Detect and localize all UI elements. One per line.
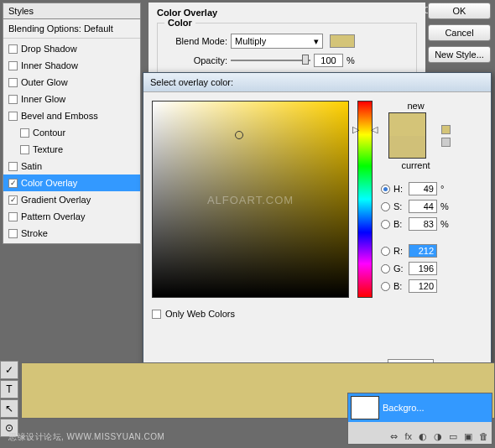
style-checkbox[interactable] bbox=[8, 179, 18, 188]
new-layer-icon[interactable]: ▣ bbox=[464, 431, 472, 442]
color-overlay-settings: Color Overlay Color Blend Mode: Multiply… bbox=[148, 3, 425, 81]
style-checkbox[interactable] bbox=[20, 128, 29, 138]
layer-thumbnail[interactable] bbox=[351, 396, 379, 419]
style-item-contour[interactable]: Contour bbox=[3, 124, 140, 141]
overlay-color-swatch[interactable] bbox=[330, 34, 355, 48]
fx-icon[interactable]: fx bbox=[404, 431, 412, 442]
blending-options[interactable]: Blending Options: Default bbox=[3, 19, 140, 39]
color-legend: Color bbox=[164, 18, 195, 28]
radio-b[interactable] bbox=[381, 220, 390, 229]
style-item-stroke[interactable]: Stroke bbox=[3, 225, 140, 242]
bl-label: B: bbox=[393, 281, 405, 291]
style-item-outer-glow[interactable]: Outer Glow bbox=[3, 74, 140, 91]
style-checkbox[interactable] bbox=[8, 44, 18, 54]
new-label: new bbox=[381, 101, 451, 111]
styles-header[interactable]: Styles bbox=[3, 3, 140, 19]
h-input[interactable] bbox=[409, 182, 437, 195]
radio-bl[interactable] bbox=[381, 282, 390, 291]
hue-indicator[interactable]: ▷◁ bbox=[352, 123, 378, 134]
style-item-color-overlay[interactable]: Color Overlay bbox=[3, 175, 140, 191]
folder-icon[interactable]: ▭ bbox=[449, 431, 457, 442]
swatch-new[interactable] bbox=[389, 113, 425, 136]
style-label: Contour bbox=[33, 128, 65, 138]
s-label: S: bbox=[393, 201, 405, 211]
style-checkbox[interactable] bbox=[8, 95, 18, 104]
r-input[interactable] bbox=[409, 244, 437, 258]
web-colors-checkbox[interactable] bbox=[152, 310, 161, 319]
style-label: Color Overlay bbox=[21, 178, 77, 188]
style-label: Inner Shadow bbox=[21, 60, 78, 70]
lasso-tool-icon[interactable]: ✓ bbox=[0, 361, 18, 379]
dialog-buttons: OK Cancel New Style... bbox=[428, 3, 491, 63]
style-label: Outer Glow bbox=[21, 77, 68, 87]
opacity-unit: % bbox=[346, 55, 355, 65]
color-fieldset: Color Blend Mode: Multiply ▾ Opacity: % bbox=[157, 23, 417, 76]
g-label: G: bbox=[393, 263, 405, 273]
style-item-bevel-and-emboss[interactable]: Bevel and Emboss bbox=[3, 107, 140, 124]
opacity-slider[interactable] bbox=[231, 54, 310, 67]
mask-icon[interactable]: ◐ bbox=[419, 431, 427, 442]
style-label: Pattern Overlay bbox=[21, 211, 85, 221]
radio-s[interactable] bbox=[381, 202, 390, 211]
style-checkbox[interactable] bbox=[8, 112, 18, 121]
path-tool-icon[interactable]: ↖ bbox=[0, 399, 18, 418]
style-label: Gradient Overlay bbox=[21, 195, 91, 205]
style-checkbox[interactable] bbox=[8, 78, 18, 87]
slider-thumb[interactable] bbox=[302, 55, 309, 65]
current-label: current bbox=[381, 160, 451, 170]
s-input[interactable] bbox=[409, 200, 437, 213]
warning-icon[interactable] bbox=[441, 125, 451, 134]
websafe-icon[interactable] bbox=[441, 138, 451, 147]
style-item-gradient-overlay[interactable]: Gradient Overlay bbox=[3, 191, 140, 208]
link-icon[interactable]: ⇔ bbox=[390, 431, 398, 442]
type-tool-icon[interactable]: T bbox=[0, 380, 18, 399]
style-item-pattern-overlay[interactable]: Pattern Overlay bbox=[3, 208, 140, 225]
style-checkbox[interactable] bbox=[8, 61, 18, 70]
blend-mode-select[interactable]: Multiply ▾ bbox=[231, 34, 323, 49]
style-checkbox[interactable] bbox=[8, 162, 18, 171]
style-checkbox[interactable] bbox=[20, 145, 29, 154]
style-label: Drop Shadow bbox=[21, 44, 77, 54]
style-item-drop-shadow[interactable]: Drop Shadow bbox=[3, 40, 140, 57]
hue-strip[interactable]: ▷◁ bbox=[357, 101, 373, 298]
web-colors-label: Only Web Colors bbox=[165, 309, 235, 319]
trash-icon[interactable]: 🗑 bbox=[479, 431, 488, 442]
opacity-input[interactable] bbox=[314, 54, 343, 67]
style-label: Satin bbox=[21, 161, 42, 171]
style-checkbox[interactable] bbox=[8, 195, 18, 205]
adjustment-icon[interactable]: ◑ bbox=[434, 431, 442, 442]
layer-name[interactable]: Backgro... bbox=[383, 403, 425, 413]
style-item-inner-glow[interactable]: Inner Glow bbox=[3, 91, 140, 107]
style-label: Texture bbox=[33, 144, 63, 154]
style-item-inner-shadow[interactable]: Inner Shadow bbox=[3, 57, 140, 74]
overlay-title: Color Overlay bbox=[157, 8, 417, 18]
style-item-satin[interactable]: Satin bbox=[3, 158, 140, 175]
radio-r[interactable] bbox=[381, 247, 390, 256]
bl-input[interactable] bbox=[409, 279, 437, 293]
layers-panel: Backgro... ⇔ fx ◐ ◑ ▭ ▣ 🗑 bbox=[347, 393, 492, 445]
ok-button[interactable]: OK bbox=[428, 3, 491, 19]
style-label: Bevel and Emboss bbox=[21, 111, 98, 121]
s-unit: % bbox=[440, 201, 451, 211]
new-style-button[interactable]: New Style... bbox=[428, 46, 491, 63]
h-unit: ° bbox=[440, 184, 451, 194]
picker-title: Select overlay color: bbox=[143, 73, 491, 92]
b-input[interactable] bbox=[409, 217, 437, 231]
g-input[interactable] bbox=[409, 262, 437, 275]
style-checkbox[interactable] bbox=[8, 229, 18, 238]
new-current-swatch[interactable] bbox=[388, 112, 426, 159]
radio-g[interactable] bbox=[381, 264, 390, 273]
saturation-field[interactable]: ALFOART.COM bbox=[152, 101, 349, 298]
sat-cursor[interactable] bbox=[235, 131, 243, 139]
styles-list: Drop ShadowInner ShadowOuter GlowInner G… bbox=[3, 39, 140, 243]
chevron-down-icon: ▾ bbox=[314, 36, 319, 47]
radio-h[interactable] bbox=[381, 185, 390, 194]
style-checkbox[interactable] bbox=[8, 212, 18, 221]
style-item-texture[interactable]: Texture bbox=[3, 141, 140, 158]
swatch-current[interactable] bbox=[389, 136, 425, 159]
tools-toolbar: ✓ T ↖ ⊙ bbox=[0, 361, 18, 437]
layer-row[interactable]: Backgro... bbox=[348, 393, 492, 422]
watermark-bottom: 思缘设计论坛, WWW.MISSYUAN.COM bbox=[8, 431, 164, 443]
cancel-button[interactable]: Cancel bbox=[428, 24, 491, 41]
style-label: Inner Glow bbox=[21, 94, 65, 104]
